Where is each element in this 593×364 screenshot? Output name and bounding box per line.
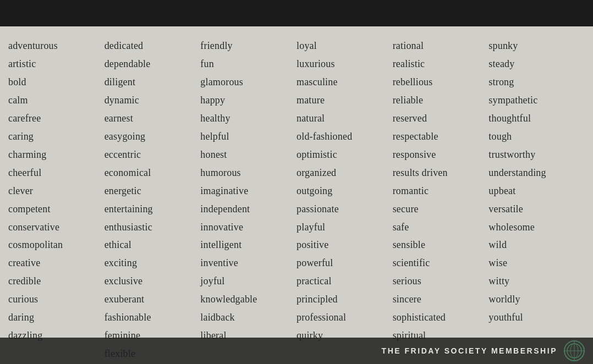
word-item: helpful xyxy=(200,128,296,145)
word-item: laidback xyxy=(200,309,296,326)
word-item: conservative xyxy=(8,219,105,236)
word-item: joyful xyxy=(200,273,296,290)
word-item: steady xyxy=(488,56,585,73)
word-item: results driven xyxy=(393,164,489,181)
word-item: ethical xyxy=(105,236,201,253)
word-item: bold xyxy=(8,74,105,91)
word-item: happy xyxy=(200,92,296,109)
word-item: thoughtful xyxy=(488,110,585,127)
word-item: old-fashioned xyxy=(296,128,393,145)
word-item: spunky xyxy=(488,37,585,54)
word-item: natural xyxy=(296,110,393,127)
word-item: sincere xyxy=(393,291,489,308)
word-item: respectable xyxy=(393,128,489,145)
word-item: adventurous xyxy=(8,37,105,54)
word-item: optimistic xyxy=(296,146,393,163)
word-item: intelligent xyxy=(200,236,296,253)
word-item: dynamic xyxy=(105,92,201,109)
word-column-1: adventurousartisticboldcalmcarefreecarin… xyxy=(8,37,105,332)
word-item: witty xyxy=(488,273,585,290)
word-item: trustworthy xyxy=(488,146,585,163)
word-item: responsive xyxy=(393,146,489,163)
word-column-3: friendlyfunglamoroushappyhealthyhelpfulh… xyxy=(200,37,296,332)
word-item: energetic xyxy=(105,183,201,200)
word-item: worldly xyxy=(488,291,585,308)
word-item: carefree xyxy=(8,110,105,127)
word-item: exciting xyxy=(105,255,201,272)
word-item: creative xyxy=(8,255,105,272)
word-item: powerful xyxy=(296,255,393,272)
top-bar xyxy=(0,0,593,26)
word-item: diligent xyxy=(105,74,201,91)
word-item: wild xyxy=(488,236,585,253)
word-item: enthusiastic xyxy=(105,219,201,236)
word-item: easygoing xyxy=(105,128,201,145)
friday-society-logo xyxy=(564,340,585,361)
word-column-6: spunkysteadystrongsympatheticthoughtfult… xyxy=(488,37,585,332)
word-item: safe xyxy=(393,219,489,236)
word-item: innovative xyxy=(200,219,296,236)
word-item: youthful xyxy=(488,309,585,326)
word-item: dedicated xyxy=(105,37,201,54)
word-item: organized xyxy=(296,164,393,181)
word-item: dependable xyxy=(105,56,201,73)
word-item: inventive xyxy=(200,255,296,272)
word-item: exclusive xyxy=(105,273,201,290)
word-item: wise xyxy=(488,255,585,272)
word-item: competent xyxy=(8,201,105,218)
word-item: credible xyxy=(8,273,105,290)
word-item: cheerful xyxy=(8,164,105,181)
word-item: rational xyxy=(393,37,489,54)
word-item: clever xyxy=(8,183,105,200)
word-item: curious xyxy=(8,291,105,308)
word-item: eccentric xyxy=(105,146,201,163)
word-item: romantic xyxy=(393,183,489,200)
word-item: upbeat xyxy=(488,183,585,200)
word-item: positive xyxy=(296,236,393,253)
word-item: wholesome xyxy=(488,219,585,236)
word-item: serious xyxy=(393,273,489,290)
word-item: rebellious xyxy=(393,74,489,91)
word-item: friendly xyxy=(200,37,296,54)
word-item: independent xyxy=(200,201,296,218)
word-item: knowledgable xyxy=(200,291,296,308)
word-item: realistic xyxy=(393,56,489,73)
word-item: entertaining xyxy=(105,201,201,218)
word-item: daring xyxy=(8,309,105,326)
word-item: passionate xyxy=(296,201,393,218)
word-column-5: rationalrealisticrebelliousreliablereser… xyxy=(393,37,489,332)
word-item: calm xyxy=(8,92,105,109)
word-item: charming xyxy=(8,146,105,163)
word-item: cosmopolitan xyxy=(8,236,105,253)
content-area: adventurousartisticboldcalmcarefreecarin… xyxy=(0,26,593,338)
word-item: healthy xyxy=(200,110,296,127)
word-column-4: loyalluxuriousmasculinematurenaturalold-… xyxy=(296,37,393,332)
word-item: luxurious xyxy=(296,56,393,73)
word-item: playful xyxy=(296,219,393,236)
word-item: glamorous xyxy=(200,74,296,91)
word-item: economical xyxy=(105,164,201,181)
word-item: loyal xyxy=(296,37,393,54)
word-item: understanding xyxy=(488,164,585,181)
word-item: secure xyxy=(393,201,489,218)
word-item: exuberant xyxy=(105,291,201,308)
word-column-2: dedicateddependablediligentdynamicearnes… xyxy=(105,37,201,332)
word-item: caring xyxy=(8,128,105,145)
word-item: fun xyxy=(200,56,296,73)
word-item: earnest xyxy=(105,110,201,127)
word-item: fashionable xyxy=(105,309,201,326)
word-item: strong xyxy=(488,74,585,91)
bottom-bar: THE FRIDAY SOCIETY MEMBERSHIP xyxy=(0,338,593,364)
word-item: outgoing xyxy=(296,183,393,200)
word-item: artistic xyxy=(8,56,105,73)
word-item: scientific xyxy=(393,255,489,272)
word-item: versatile xyxy=(488,201,585,218)
word-item: imaginative xyxy=(200,183,296,200)
word-item: honest xyxy=(200,146,296,163)
word-item: sophisticated xyxy=(393,309,489,326)
word-item: tough xyxy=(488,128,585,145)
word-item: reliable xyxy=(393,92,489,109)
word-item: principled xyxy=(296,291,393,308)
word-item: sympathetic xyxy=(488,92,585,109)
word-item: professional xyxy=(296,309,393,326)
